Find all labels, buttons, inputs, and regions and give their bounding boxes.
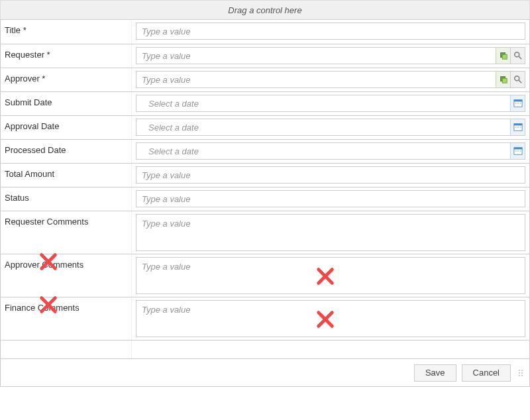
row-submit-date: Submit Date bbox=[1, 91, 529, 115]
drag-placeholder-bar[interactable]: Drag a control here bbox=[0, 0, 530, 20]
form-footer: Save Cancel bbox=[1, 358, 529, 386]
processed-date-input[interactable] bbox=[136, 143, 510, 159]
svg-rect-9 bbox=[513, 100, 521, 102]
svg-line-3 bbox=[518, 56, 521, 59]
label-title: Title * bbox=[1, 20, 132, 44]
resize-grip-icon[interactable] bbox=[519, 365, 525, 381]
label-approver-comments-text: Approver Comments bbox=[5, 260, 83, 270]
label-requester: Requester * bbox=[1, 44, 132, 68]
label-status: Status bbox=[1, 187, 132, 211]
requester-input[interactable] bbox=[136, 48, 496, 64]
calendar-icon[interactable] bbox=[510, 119, 525, 135]
total-amount-input[interactable] bbox=[136, 166, 525, 184]
form-body: Title * Requester * bbox=[0, 20, 530, 387]
svg-rect-21 bbox=[517, 150, 519, 152]
title-input[interactable] bbox=[136, 23, 525, 40]
svg-point-2 bbox=[514, 52, 519, 57]
approver-picker bbox=[136, 71, 525, 88]
row-spacer bbox=[1, 340, 529, 358]
calendar-icon[interactable] bbox=[510, 95, 525, 111]
row-approver-comments: Approver Comments bbox=[1, 254, 529, 297]
label-finance-comments: Finance Comments bbox=[1, 297, 132, 340]
form-container: Drag a control here Title * Requester * bbox=[0, 0, 530, 387]
save-button[interactable]: Save bbox=[414, 364, 456, 382]
svg-rect-5 bbox=[502, 78, 507, 83]
label-approver-comments: Approver Comments bbox=[1, 254, 132, 297]
submit-date-picker bbox=[136, 95, 525, 112]
svg-rect-11 bbox=[517, 103, 519, 104]
approval-date-input[interactable] bbox=[136, 119, 510, 135]
row-processed-date: Processed Date bbox=[1, 139, 529, 163]
label-requester-comments: Requester Comments bbox=[1, 211, 132, 254]
row-status: Status bbox=[1, 187, 529, 211]
svg-rect-17 bbox=[519, 127, 521, 128]
search-icon[interactable] bbox=[510, 48, 525, 64]
status-input[interactable] bbox=[136, 190, 525, 207]
svg-rect-16 bbox=[517, 127, 519, 128]
approval-date-picker bbox=[136, 119, 525, 136]
row-total-amount: Total Amount bbox=[1, 163, 529, 187]
copy-icon[interactable] bbox=[496, 72, 510, 87]
svg-rect-20 bbox=[515, 150, 516, 152]
svg-rect-22 bbox=[519, 150, 521, 152]
svg-rect-15 bbox=[515, 127, 516, 128]
svg-rect-10 bbox=[515, 103, 516, 104]
finance-comments-input[interactable] bbox=[136, 300, 525, 337]
label-finance-comments-text: Finance Comments bbox=[5, 303, 80, 313]
svg-rect-1 bbox=[502, 54, 507, 59]
row-approver: Approver * bbox=[1, 68, 529, 91]
svg-point-6 bbox=[514, 76, 519, 81]
svg-line-7 bbox=[518, 80, 521, 83]
label-processed-date: Processed Date bbox=[1, 140, 132, 163]
submit-date-input[interactable] bbox=[136, 95, 510, 111]
calendar-icon[interactable] bbox=[510, 143, 525, 159]
row-requester-comments: Requester Comments bbox=[1, 211, 529, 254]
svg-rect-19 bbox=[513, 148, 521, 150]
processed-date-picker bbox=[136, 142, 525, 160]
svg-rect-14 bbox=[513, 124, 521, 126]
copy-icon[interactable] bbox=[496, 48, 510, 64]
search-icon[interactable] bbox=[510, 72, 525, 87]
row-title: Title * bbox=[1, 20, 529, 44]
approver-comments-input[interactable] bbox=[136, 257, 525, 294]
label-total-amount: Total Amount bbox=[1, 164, 132, 187]
label-approver: Approver * bbox=[1, 68, 132, 91]
label-approval-date: Approval Date bbox=[1, 116, 132, 139]
requester-picker bbox=[136, 47, 525, 64]
row-finance-comments: Finance Comments bbox=[1, 297, 529, 340]
cancel-button[interactable]: Cancel bbox=[462, 364, 511, 382]
requester-comments-input[interactable] bbox=[136, 214, 525, 251]
label-submit-date: Submit Date bbox=[1, 92, 132, 115]
approver-input[interactable] bbox=[136, 72, 496, 87]
row-approval-date: Approval Date bbox=[1, 115, 529, 139]
svg-rect-12 bbox=[519, 103, 521, 104]
row-requester: Requester * bbox=[1, 44, 529, 68]
